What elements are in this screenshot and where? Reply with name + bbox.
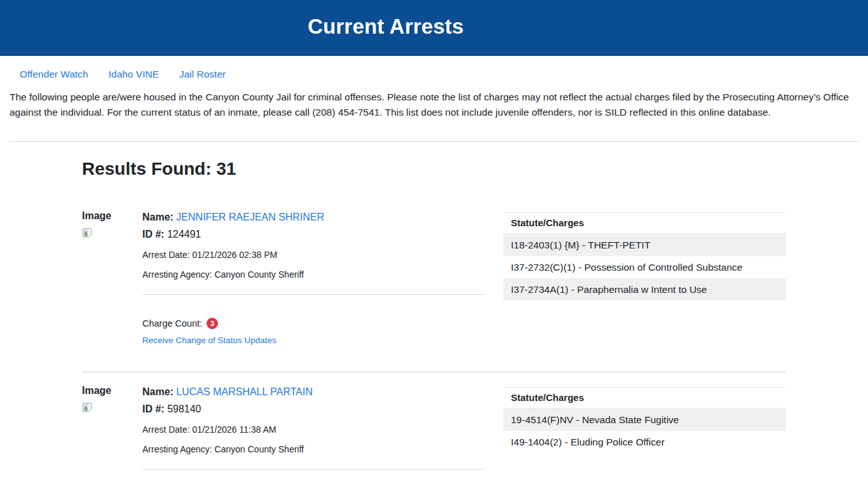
results-count-heading: Results Found: 31 xyxy=(82,159,786,179)
name-label: Name: xyxy=(142,386,173,397)
charge-text: I49-1404(2) - Eluding Police Officer xyxy=(503,431,786,453)
inmate-name-link[interactable]: JENNIFER RAEJEAN SHRINER xyxy=(176,212,324,222)
nav-link-offender-watch[interactable]: Offender Watch xyxy=(20,69,88,80)
intro-divider xyxy=(10,141,858,142)
results-section: Results Found: 31 Image Name: JENNIFER R… xyxy=(82,159,786,488)
charge-text: I37-2732(C)(1) - Possession of Controlle… xyxy=(503,256,786,278)
inmate-id-value: 124491 xyxy=(167,229,201,240)
charge-count-line: Charge Count: 3 xyxy=(142,318,485,329)
charge-row: I37-2732(C)(1) - Possession of Controlle… xyxy=(503,256,786,278)
record-charges-column: Statute/Charges I18-2403(1) {M} - THEFT-… xyxy=(503,210,786,301)
id-line: ID #: 124491 xyxy=(142,227,485,241)
image-column-label: Image xyxy=(82,385,142,396)
nav-link-jail-roster[interactable]: Jail Roster xyxy=(179,69,226,80)
record-image-column: Image xyxy=(82,210,142,240)
arrest-date: Arrest Date: 01/21/2026 11:38 AM xyxy=(142,423,485,436)
nav-link-idaho-vine[interactable]: Idaho VINE xyxy=(109,69,159,80)
arrest-record: Image Name: JENNIFER RAEJEAN SHRINER ID … xyxy=(82,210,786,346)
charges-table: Statute/Charges 19-4514(F)NV - Nevada St… xyxy=(503,387,786,453)
charge-row: 19-4514(F)NV - Nevada State Fugitive xyxy=(503,409,786,431)
name-line: Name: LUCAS MARSHALL PARTAIN xyxy=(142,385,485,399)
record-charges-column: Statute/Charges 19-4514(F)NV - Nevada St… xyxy=(503,385,786,453)
image-column-label: Image xyxy=(82,210,142,222)
arrest-record: Image Name: LUCAS MARSHALL PARTAIN ID #:… xyxy=(82,385,786,488)
inmate-id-value: 598140 xyxy=(167,403,201,414)
broken-image-icon xyxy=(82,402,93,412)
id-label: ID #: xyxy=(142,229,165,240)
charges-table-header: Statute/Charges xyxy=(503,213,786,234)
id-label: ID #: xyxy=(142,403,165,414)
page-header: Current Arrests xyxy=(0,0,868,56)
top-nav: Offender Watch Idaho VINE Jail Roster xyxy=(0,56,868,80)
record-details-column: Name: JENNIFER RAEJEAN SHRINER ID #: 124… xyxy=(142,210,485,346)
arrest-date: Arrest Date: 01/21/2026 02:38 PM xyxy=(142,248,485,261)
inmate-name-link[interactable]: LUCAS MARSHALL PARTAIN xyxy=(176,386,313,397)
charge-text: I37-2734A(1) - Paraphernalia w Intent to… xyxy=(503,278,786,301)
details-divider xyxy=(142,294,485,295)
id-line: ID #: 598140 xyxy=(142,402,485,416)
record-divider xyxy=(82,372,786,372)
charge-row: I37-2734A(1) - Paraphernalia w Intent to… xyxy=(503,278,786,301)
page-title: Current Arrests xyxy=(308,15,464,39)
charge-row: I18-2403(1) {M} - THEFT-PETIT xyxy=(503,234,786,257)
arresting-agency: Arresting Agency: Canyon County Sheriff xyxy=(142,268,485,281)
name-label: Name: xyxy=(142,212,173,222)
charge-count-badge: 3 xyxy=(207,318,218,329)
charges-table: Statute/Charges I18-2403(1) {M} - THEFT-… xyxy=(503,212,786,301)
status-updates-link[interactable]: Receive Change of Status Updates xyxy=(142,336,276,345)
details-divider xyxy=(142,469,485,470)
arresting-agency: Arresting Agency: Canyon County Sheriff xyxy=(142,443,485,456)
name-line: Name: JENNIFER RAEJEAN SHRINER xyxy=(142,210,485,224)
intro-text: The following people are/were housed in … xyxy=(10,90,858,120)
charge-text: 19-4514(F)NV - Nevada State Fugitive xyxy=(503,409,786,431)
charge-text: I18-2403(1) {M} - THEFT-PETIT xyxy=(503,234,786,257)
record-image-column: Image xyxy=(82,385,142,415)
charge-count-label: Charge Count: xyxy=(142,318,202,329)
charges-table-header: Statute/Charges xyxy=(503,388,786,409)
broken-image-icon xyxy=(82,227,93,238)
charge-row: I49-1404(2) - Eluding Police Officer xyxy=(503,431,786,453)
record-details-column: Name: LUCAS MARSHALL PARTAIN ID #: 59814… xyxy=(142,385,485,488)
